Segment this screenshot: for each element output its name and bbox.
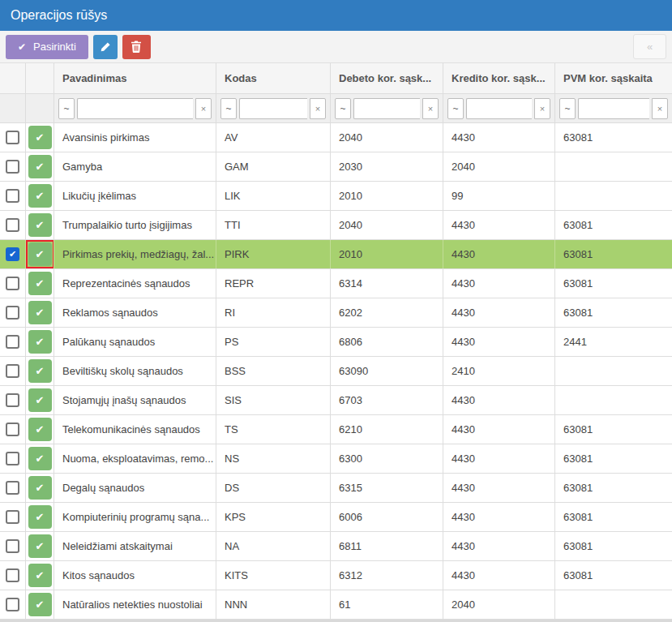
row-checkbox[interactable]: [6, 452, 19, 465]
table-row[interactable]: ✔Neleidžiami atskaitymaiNA6811443063081: [0, 532, 672, 561]
row-active-check-button[interactable]: ✔: [28, 301, 52, 324]
row-active-check-button[interactable]: ✔: [28, 213, 52, 237]
row-checkbox[interactable]: [6, 423, 19, 436]
row-active-check-button[interactable]: ✔: [28, 242, 52, 266]
table-row[interactable]: ✔Trumpalaikio turto įsigijimasTTI2040443…: [0, 211, 672, 240]
row-cell-pvm: 63081: [555, 269, 672, 298]
row-checkbox[interactable]: [6, 131, 19, 144]
row-active-cell: ✔: [26, 590, 54, 619]
table-row[interactable]: ✔Pirkimas prekių, medžiagų, žal...PIRK20…: [0, 240, 672, 269]
row-active-check-button[interactable]: ✔: [28, 126, 52, 149]
table-row[interactable]: ✔Reprezentacinės sąnaudosREPR63144430630…: [0, 269, 672, 298]
row-cell-pvm: 63081: [555, 211, 672, 239]
row-active-check-button[interactable]: ✔: [28, 155, 52, 178]
row-checkbox-cell: [0, 590, 26, 619]
filter-input-kredito[interactable]: [466, 98, 532, 119]
row-active-check-button[interactable]: ✔: [28, 272, 52, 295]
filter-operator-button[interactable]: ~: [220, 98, 237, 119]
row-cell-pvm: 63081: [555, 415, 672, 444]
row-checkbox[interactable]: [6, 189, 19, 203]
edit-button[interactable]: [93, 35, 118, 59]
row-checkbox[interactable]: [6, 218, 19, 232]
row-active-check-button[interactable]: ✔: [28, 476, 52, 500]
row-cell-debeto: 2030: [331, 152, 443, 181]
table-row[interactable]: ✔Avansinis pirkimasAV2040443063081: [0, 123, 672, 152]
row-cell-kodas: GAM: [216, 152, 331, 181]
row-checkbox[interactable]: [6, 160, 19, 174]
row-cell-kredito: 2040: [443, 152, 555, 181]
filter-input-pavadinimas[interactable]: [77, 98, 193, 119]
filter-clear-button[interactable]: ×: [195, 98, 212, 119]
row-checkbox[interactable]: [6, 598, 19, 611]
filter-clear-button[interactable]: ×: [534, 98, 550, 119]
row-checkbox[interactable]: [6, 247, 19, 261]
row-cell-kodas: PIRK: [216, 240, 331, 268]
table-row[interactable]: ✔Telekomunikacinės sąnaudosTS62104430630…: [0, 415, 672, 444]
row-checkbox[interactable]: [6, 364, 19, 378]
row-checkbox-cell: [0, 182, 26, 210]
row-cell-debeto: 6315: [331, 474, 443, 502]
row-checkbox-cell: [0, 561, 26, 590]
row-checkbox[interactable]: [6, 539, 19, 553]
filter-input-kodas[interactable]: [239, 98, 307, 119]
filter-operator-button[interactable]: ~: [58, 98, 75, 119]
row-checkbox[interactable]: [6, 568, 19, 582]
row-active-check-button[interactable]: ✔: [28, 388, 52, 412]
row-cell-pavadinimas: Kitos sąnaudos: [54, 561, 216, 590]
check-icon: ✔: [36, 394, 45, 406]
filter-input-debeto[interactable]: [353, 98, 420, 119]
row-active-check-button[interactable]: ✔: [28, 505, 52, 529]
header-kodas[interactable]: Kodas: [216, 63, 331, 93]
filter-operator-button[interactable]: ~: [559, 98, 576, 119]
row-active-check-button[interactable]: ✔: [28, 184, 52, 208]
row-active-check-button[interactable]: ✔: [28, 564, 52, 587]
row-cell-pavadinimas: Reklamos sąnaudos: [54, 298, 216, 327]
annotation-red-box: ✔: [26, 240, 54, 268]
row-checkbox-cell: [0, 444, 26, 473]
filter-operator-button[interactable]: ~: [447, 98, 464, 119]
row-checkbox[interactable]: [6, 277, 19, 290]
row-checkbox[interactable]: [6, 393, 19, 407]
row-active-check-button[interactable]: ✔: [28, 359, 52, 383]
row-active-check-button[interactable]: ✔: [28, 418, 52, 441]
filter-input-pvm[interactable]: [578, 98, 649, 119]
header-pvm[interactable]: PVM kor. sąskaita: [555, 63, 672, 93]
header-kredito[interactable]: Kredito kor. sąsk...: [443, 63, 555, 93]
select-button[interactable]: ✔ Pasirinkti: [6, 35, 88, 59]
table-row[interactable]: ✔Kitos sąnaudosKITS6312443063081: [0, 561, 672, 590]
row-checkbox[interactable]: [6, 306, 19, 320]
row-active-check-button[interactable]: ✔: [28, 534, 52, 558]
row-cell-debeto: 61: [331, 590, 443, 619]
row-checkbox[interactable]: [6, 335, 19, 349]
row-checkbox[interactable]: [6, 510, 19, 524]
filter-operator-button[interactable]: ~: [335, 98, 351, 119]
table-row[interactable]: ✔Beviltiškų skolų sąnaudosBSS630902410: [0, 357, 672, 386]
header-debeto[interactable]: Debeto kor. sąsk...: [331, 63, 443, 93]
row-active-check-button[interactable]: ✔: [28, 593, 52, 616]
row-cell-debeto: 6314: [331, 269, 443, 298]
table-row[interactable]: ✔Nuoma, eksploatavimas, remo...NS6300443…: [0, 444, 672, 474]
operation-types-window: Operacijos rūšys ✔ Pasirinkti «: [0, 0, 672, 622]
row-checkbox[interactable]: [6, 481, 19, 495]
table-row[interactable]: ✔Reklamos sąnaudosRI6202443063081: [0, 298, 672, 328]
row-active-check-button[interactable]: ✔: [28, 330, 52, 354]
collapse-button[interactable]: «: [633, 34, 666, 59]
row-checkbox-cell: [0, 152, 26, 181]
table-row[interactable]: ✔Palūkanų sąnaudosPS680644302441: [0, 328, 672, 357]
table-row[interactable]: ✔Kompiuterinių programų sąna...KPS600644…: [0, 503, 672, 532]
table-row[interactable]: ✔Degalų sąnaudosDS6315443063081: [0, 474, 672, 503]
row-active-cell: ✔: [26, 123, 54, 152]
table-row[interactable]: ✔Stojamųjų įnašų sąnaudosSIS67034430: [0, 386, 672, 415]
delete-button[interactable]: [122, 35, 151, 59]
filter-clear-button[interactable]: ×: [652, 98, 668, 119]
window-title: Operacijos rūšys: [0, 0, 672, 31]
filter-cell-kredito: ~ ×: [443, 94, 555, 122]
filter-cell-pvm: ~ ×: [555, 94, 672, 122]
header-pavadinimas[interactable]: Pavadinimas: [54, 63, 216, 93]
filter-clear-button[interactable]: ×: [422, 98, 439, 119]
table-row[interactable]: ✔Natūralios netekties nuostoliaiNNN61204…: [0, 590, 672, 620]
filter-clear-button[interactable]: ×: [310, 98, 326, 119]
row-active-check-button[interactable]: ✔: [28, 447, 52, 470]
table-row[interactable]: ✔GamybaGAM20302040: [0, 152, 672, 182]
table-row[interactable]: ✔Likučių įkėlimasLIK201099: [0, 182, 672, 211]
